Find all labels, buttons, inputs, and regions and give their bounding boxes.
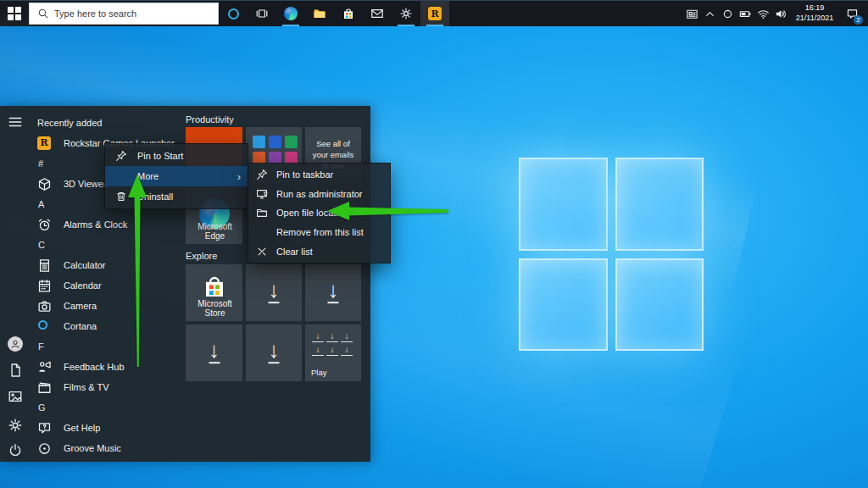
- windows-logo-icon: [8, 7, 21, 20]
- mini-download-icons: ↓↓↓↓↓↓: [312, 331, 354, 356]
- cortana-button[interactable]: [219, 1, 248, 26]
- tray-network-wifi[interactable]: [754, 1, 772, 27]
- app-label: Feedback Hub: [64, 362, 125, 372]
- calculator-icon: [37, 258, 52, 273]
- app-list-item[interactable]: Calendar: [31, 275, 185, 296]
- submenu-chevron-icon: ›: [237, 170, 241, 183]
- action-center-button[interactable]: 2: [839, 1, 865, 27]
- taskbar-app-mail[interactable]: [363, 1, 392, 26]
- app-list-item[interactable]: Feedback Hub: [31, 357, 185, 377]
- alarm-icon: [37, 218, 52, 232]
- taskbar-app-microsoft-edge[interactable]: [276, 1, 305, 26]
- menu-item-label: Run as administrator: [276, 189, 363, 199]
- rail-hamburger-icon[interactable]: [8, 114, 23, 130]
- task-view-button[interactable]: [248, 1, 276, 26]
- tray-widgets[interactable]: [683, 1, 701, 27]
- taskbar-app-file-explorer[interactable]: [305, 1, 334, 26]
- menu-item-label: Open file location: [276, 208, 348, 218]
- rail-pictures-icon[interactable]: [8, 389, 23, 404]
- start-button[interactable]: [0, 1, 29, 26]
- file-explorer-icon: [313, 7, 326, 20]
- volume-icon: [775, 8, 787, 20]
- clock-time: 16:19: [792, 3, 837, 14]
- clear-icon: [256, 246, 268, 258]
- group-label-explore: Explore: [186, 251, 217, 261]
- tile-label: Microsoft Store: [191, 299, 239, 318]
- tile-label: Play: [311, 368, 326, 377]
- tile-play-group[interactable]: ↓↓↓↓↓↓ Play: [305, 324, 361, 381]
- desktop: Recently added RRockstar Games Launcher#…: [0, 0, 868, 488]
- mail-icon: [370, 7, 384, 20]
- menu-item-run-as-administrator[interactable]: Run as administrator: [248, 185, 390, 204]
- context-submenu: Pin to taskbarRun as administratorOpen f…: [248, 163, 391, 263]
- app-list-item[interactable]: Calculator: [31, 255, 185, 275]
- trash-icon: [115, 191, 127, 202]
- taskbar-app-microsoft-store[interactable]: [334, 1, 363, 26]
- menu-item-more[interactable]: More›: [105, 166, 248, 186]
- pin-icon: [115, 150, 127, 162]
- gethelp-icon: [37, 421, 52, 435]
- search-icon: [37, 8, 49, 19]
- office-app-mini-icon: [253, 136, 265, 148]
- pin-icon: [256, 169, 268, 180]
- rail-power-icon[interactable]: [8, 443, 23, 458]
- tile-pending-download[interactable]: ↓: [186, 324, 242, 381]
- search-input[interactable]: [54, 8, 207, 19]
- rockstar-games-launcher-icon: R: [428, 7, 442, 20]
- app-label: Films & TV: [64, 382, 109, 392]
- app-list-letter[interactable]: F: [31, 336, 185, 357]
- app-list-item[interactable]: Cortana: [31, 316, 185, 336]
- widgets-icon: [686, 8, 698, 20]
- app-label: Cortana: [64, 321, 97, 331]
- menu-item-pin-to-start[interactable]: Pin to Start: [105, 146, 248, 166]
- app-list-item[interactable]: Alarms & Clock: [31, 214, 185, 235]
- app-label: 3D Viewer: [64, 179, 107, 189]
- menu-item-pin-to-taskbar[interactable]: Pin to taskbar: [248, 165, 390, 185]
- menu-item-label: Clear list: [276, 247, 313, 257]
- rail-settings-icon[interactable]: [8, 418, 23, 433]
- tile-pending-download[interactable]: ↓: [246, 264, 302, 321]
- cortana-icon: [228, 8, 239, 19]
- tray-hidden-icons-chevron[interactable]: [701, 1, 719, 27]
- download-arrow-icon: ↓: [209, 339, 220, 363]
- taskbar-app-rockstar-games-launcher[interactable]: R: [420, 1, 449, 26]
- hidden-icons-chevron-icon: [704, 8, 716, 20]
- menu-item-label: Uninstall: [137, 191, 173, 202]
- tile-pending-download[interactable]: ↓: [305, 264, 361, 321]
- logo-pane: [519, 258, 608, 352]
- menu-item-label: More: [137, 171, 159, 181]
- tile-microsoft-store[interactable]: Microsoft Store: [186, 264, 242, 321]
- app-label: Groove Music: [64, 443, 121, 453]
- settings-icon: [399, 7, 413, 20]
- tray-icons: [683, 1, 790, 27]
- tile-pending-download[interactable]: ↓: [246, 324, 302, 381]
- camera-icon: [37, 299, 52, 313]
- calendar-icon: [37, 279, 52, 293]
- menu-item-uninstall[interactable]: Uninstall: [105, 186, 248, 207]
- menu-item-open-file-location[interactable]: Open file location: [248, 203, 390, 223]
- app-list-item[interactable]: Films & TV: [31, 377, 185, 397]
- app-label: Get Help: [64, 423, 100, 433]
- tray-volume[interactable]: [772, 1, 790, 27]
- app-list-item[interactable]: Camera: [31, 296, 185, 316]
- rail-user-account-avatar[interactable]: [8, 336, 23, 352]
- rail-documents-icon[interactable]: [8, 363, 23, 378]
- tray-battery[interactable]: [737, 1, 754, 27]
- app-list-letter[interactable]: C: [31, 235, 185, 255]
- menu-item-remove-from-this-list[interactable]: Remove from this list: [248, 223, 390, 242]
- app-list-item[interactable]: Groove Music: [31, 438, 185, 458]
- clock-date: 21/11/2021: [792, 14, 837, 24]
- app-list-letter[interactable]: G: [31, 397, 185, 418]
- menu-item-label: Pin to Start: [137, 151, 183, 161]
- taskbar-clock[interactable]: 16:19 21/11/2021: [790, 3, 839, 23]
- taskbar-search[interactable]: [29, 3, 219, 25]
- app-list-item[interactable]: Get Help: [31, 418, 185, 438]
- menu-item-label: Remove from this list: [276, 227, 364, 237]
- office-mini-icons: [253, 136, 297, 164]
- menu-item-clear-list[interactable]: Clear list: [248, 241, 390, 261]
- task-view-icon: [255, 7, 269, 20]
- tray-status-circle[interactable]: [719, 1, 737, 27]
- folderopen-icon: [256, 207, 268, 219]
- rockstar-icon: R: [37, 136, 52, 151]
- taskbar-app-settings[interactable]: [392, 1, 420, 26]
